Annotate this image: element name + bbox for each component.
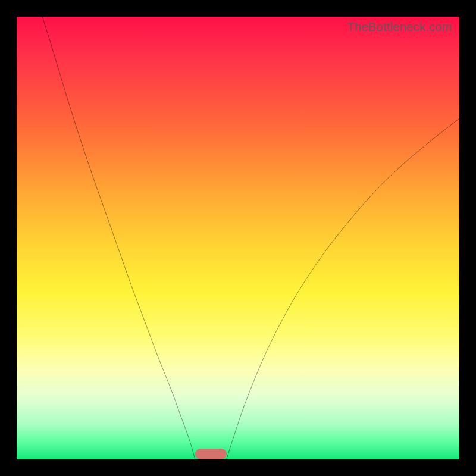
- left-curve-path: [42, 17, 195, 459]
- plot-area: TheBottleneck.com: [17, 17, 459, 459]
- curve-overlay: [17, 17, 459, 459]
- bottleneck-marker: [195, 449, 227, 459]
- right-curve-path: [227, 118, 459, 459]
- chart-frame: TheBottleneck.com: [0, 0, 476, 476]
